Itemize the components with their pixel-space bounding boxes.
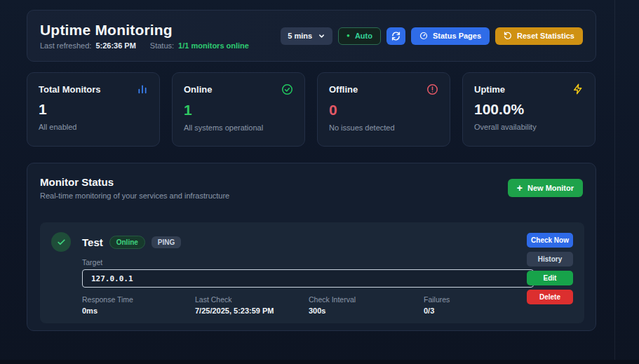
monitor-actions: Check Now History Edit Delete xyxy=(527,233,573,304)
field-label: Last Check xyxy=(195,295,309,304)
plus-icon: + xyxy=(517,183,523,193)
zap-icon xyxy=(572,83,584,95)
chevron-down-icon xyxy=(318,32,325,40)
status-value: 1/1 monitors online xyxy=(178,41,249,50)
stat-value: 100.0% xyxy=(474,101,584,118)
field-value: 0ms xyxy=(82,306,195,315)
stat-subtext: No issues detected xyxy=(329,123,438,132)
status-pages-label: Status Pages xyxy=(433,32,481,40)
monitor-name: Test xyxy=(82,236,103,248)
header-title-block: Uptime Monitoring Last refreshed: 5:26:3… xyxy=(40,22,249,50)
check-circle-icon xyxy=(281,83,293,95)
stat-card-total-monitors: Total Monitors 1 All enabled xyxy=(27,72,160,147)
last-refreshed-value: 5:26:36 PM xyxy=(95,41,135,50)
monitor-card: Test Online PING Target Response Time 0m… xyxy=(40,222,584,323)
target-label: Target xyxy=(82,258,534,267)
monitor-status-panel: Monitor Status Real-time monitoring of y… xyxy=(27,163,596,331)
failures-field: Failures 0/3 xyxy=(424,295,534,315)
stat-label: Uptime xyxy=(474,84,505,95)
new-monitor-label: New Monitor xyxy=(527,184,574,192)
online-status-badge: Online xyxy=(109,236,145,249)
panel-title-block: Monitor Status Real-time monitoring of y… xyxy=(40,176,229,200)
refresh-button[interactable] xyxy=(386,27,405,45)
check-now-button[interactable]: Check Now xyxy=(527,233,573,248)
stat-subtext: All enabled xyxy=(39,123,148,131)
new-monitor-button[interactable]: + New Monitor xyxy=(508,179,583,197)
last-check-field: Last Check 7/25/2025, 5:23:59 PM xyxy=(195,295,309,315)
rotate-ccw-icon xyxy=(504,32,512,40)
stat-card-uptime: Uptime 100.0% Overall availability xyxy=(462,72,596,147)
reset-statistics-label: Reset Statistics xyxy=(517,32,574,40)
response-time-field: Response Time 0ms xyxy=(82,295,195,315)
status-label: Status: xyxy=(150,41,174,50)
clock-icon xyxy=(419,32,428,40)
refresh-interval-select[interactable]: 5 mins xyxy=(281,27,332,45)
last-refreshed-label: Last refreshed: xyxy=(40,41,91,50)
stat-label: Offline xyxy=(329,84,358,95)
header-card: Uptime Monitoring Last refreshed: 5:26:3… xyxy=(27,10,596,62)
status-pages-button[interactable]: Status Pages xyxy=(411,27,490,45)
window-bottom-edge xyxy=(0,360,639,364)
stat-value: 0 xyxy=(329,102,438,119)
stat-label: Online xyxy=(184,84,212,95)
stat-subtext: All systems operational xyxy=(184,123,293,132)
target-input[interactable] xyxy=(82,269,534,288)
monitor-stats-grid: Response Time 0ms Last Check 7/25/2025, … xyxy=(82,295,534,315)
header-subtitle: Last refreshed: 5:26:36 PM Status: 1/1 m… xyxy=(40,41,249,50)
right-edge-divider xyxy=(614,0,615,364)
auto-label: Auto xyxy=(355,32,372,40)
monitor-status-avatar xyxy=(51,232,71,252)
panel-title: Monitor Status xyxy=(40,176,229,188)
stats-row: Total Monitors 1 All enabled Online 1 Al… xyxy=(27,72,596,147)
auto-dot-icon: ● xyxy=(347,33,350,39)
auto-refresh-toggle[interactable]: ● Auto xyxy=(338,27,381,45)
edit-button[interactable]: Edit xyxy=(527,271,573,285)
field-label: Response Time xyxy=(82,295,195,304)
history-button[interactable]: History xyxy=(527,252,573,267)
stat-card-online: Online 1 All systems operational xyxy=(172,72,305,147)
reset-statistics-button[interactable]: Reset Statistics xyxy=(495,27,583,45)
delete-button[interactable]: Delete xyxy=(527,290,573,304)
field-value: 0/3 xyxy=(424,306,534,315)
refresh-icon xyxy=(391,32,401,41)
field-label: Check Interval xyxy=(309,295,424,304)
field-value: 300s xyxy=(309,306,424,315)
stat-label: Total Monitors xyxy=(39,84,101,95)
check-interval-field: Check Interval 300s xyxy=(309,295,424,315)
stat-value: 1 xyxy=(184,102,293,119)
alert-circle-icon xyxy=(426,83,438,95)
panel-subtitle: Real-time monitoring of your services an… xyxy=(40,191,229,200)
stat-value: 1 xyxy=(39,101,148,118)
bar-chart-icon xyxy=(137,83,148,95)
refresh-interval-value: 5 mins xyxy=(288,32,312,40)
check-icon xyxy=(57,238,66,247)
field-value: 7/25/2025, 5:23:59 PM xyxy=(195,306,309,315)
stat-card-offline: Offline 0 No issues detected xyxy=(317,72,450,147)
header-controls: 5 mins ● Auto Status Pages Reset Statist xyxy=(281,27,583,45)
page-title: Uptime Monitoring xyxy=(40,22,249,39)
monitor-type-badge: PING xyxy=(152,236,181,248)
field-label: Failures xyxy=(424,295,534,304)
stat-subtext: Overall availability xyxy=(474,123,584,131)
